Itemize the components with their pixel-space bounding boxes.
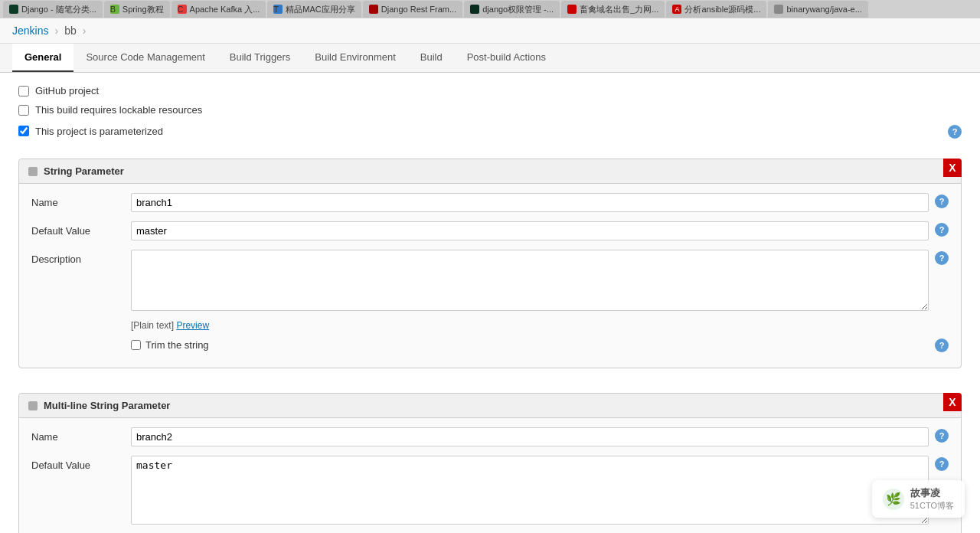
breadcrumb-end-arrow: › [83, 25, 87, 37]
multiline-param-block: Multi-line String Parameter X Name ? [18, 381, 962, 533]
multiline-param-name-label: Name [31, 427, 131, 443]
parameterized-help-icon[interactable]: ? [948, 125, 962, 139]
multiline-param-name-row: Name ? [31, 427, 949, 446]
tab-kafka[interactable]: C Apache Kafka 入... [172, 1, 266, 18]
tab-favicon-drf [369, 5, 378, 14]
multiline-param-default-wrap: master [131, 456, 929, 525]
string-param-desc-label: Description [31, 250, 131, 265]
plain-text-label: [Plain text] [131, 320, 174, 331]
multiline-param-default-help[interactable]: ? [935, 457, 949, 471]
multiline-param-name-input[interactable] [131, 427, 929, 446]
tab-triggers[interactable]: Build Triggers [217, 44, 302, 72]
trim-checkbox[interactable] [131, 340, 141, 350]
multiline-param-title: Multi-line String Parameter [44, 400, 170, 411]
browser-tab-bar: Django - 随笔分类... B Spring教程 C Apache Kaf… [0, 0, 980, 18]
lockable-row: This build requires lockable resources [18, 104, 962, 116]
string-param-desc-help[interactable]: ? [935, 251, 949, 265]
multiline-param-default-label: Default Value [31, 456, 131, 471]
string-param-name-label: Name [31, 193, 131, 208]
string-param-name-wrap [131, 193, 929, 212]
tab-favicon-kafka: C [178, 5, 187, 14]
preview-link[interactable]: Preview [176, 320, 209, 331]
string-param-title: String Parameter [44, 165, 124, 177]
string-param-name-row: Name ? [31, 193, 949, 212]
string-param-default-label: Default Value [31, 221, 131, 237]
string-param-body: Name ? Default Value ? [19, 184, 961, 368]
multiline-param-default-textarea[interactable]: master [131, 456, 929, 525]
tab-build[interactable]: Build [408, 44, 455, 72]
tab-django[interactable]: Django - 随笔分类... [3, 1, 103, 18]
multiline-param-body: Name ? Default Value master [19, 418, 961, 533]
main-content: General Source Code Management Build Tri… [0, 44, 980, 533]
string-param-outer: String Parameter X Name ? [18, 146, 962, 381]
multiline-param-default-row: Default Value master ? [31, 456, 949, 525]
breadcrumb: Jenkins › bb › [0, 18, 980, 44]
tab-env[interactable]: Build Environment [302, 44, 408, 72]
string-param-default-row: Default Value ? [31, 221, 949, 240]
tab-drf[interactable]: Django Rest Fram... [363, 1, 462, 18]
parameterized-label[interactable]: This project is parameterized [35, 126, 163, 137]
tab-livestock[interactable]: 畜禽域名出售_力网... [561, 1, 665, 18]
trim-row: Trim the string ? [131, 337, 949, 352]
watermark: 🌿 故事凌 51CTO博客 [872, 480, 965, 518]
multiline-param-drag-handle[interactable] [28, 401, 38, 410]
string-param-default-input[interactable] [131, 221, 929, 240]
string-param-desc-row: Description ? [31, 250, 949, 311]
string-param-default-wrap [131, 221, 929, 240]
lockable-checkbox[interactable] [18, 105, 29, 116]
tab-favicon-ts: T [273, 5, 283, 14]
multiline-param-close-button[interactable]: X [943, 393, 962, 411]
tab-post[interactable]: Post-build Actions [455, 44, 558, 72]
multiline-param-container: Multi-line String Parameter X Name ? [18, 393, 962, 533]
breadcrumb-bb: bb [64, 25, 77, 37]
multiline-param-name-help[interactable]: ? [935, 429, 949, 443]
multiline-param-outer: Multi-line String Parameter X Name ? [18, 381, 962, 533]
tab-favicon-django [9, 5, 18, 14]
tab-favicon-dj [470, 5, 479, 14]
tab-scm[interactable]: Source Code Management [74, 44, 217, 72]
string-param-default-help[interactable]: ? [935, 223, 949, 237]
multiline-param-header: Multi-line String Parameter [19, 394, 961, 418]
string-param-name-input[interactable] [131, 193, 929, 212]
tab-favicon-ansible2: A [672, 5, 681, 14]
tab-binary[interactable]: binarywang/java-e... [768, 1, 867, 18]
github-project-checkbox[interactable] [18, 86, 29, 96]
string-param-desc-wrap [131, 250, 929, 311]
tab-favicon-spring: B [110, 5, 119, 14]
github-project-row: GitHub project [18, 85, 962, 96]
string-param-block: String Parameter X Name ? [18, 146, 962, 381]
lockable-label[interactable]: This build requires lockable resources [35, 104, 202, 116]
trim-label[interactable]: Trim the string [145, 339, 209, 351]
github-project-label[interactable]: GitHub project [35, 85, 99, 96]
trim-help-icon[interactable]: ? [935, 338, 949, 352]
tab-ansible[interactable]: A 分析ansible源码模... [666, 1, 766, 18]
breadcrumb-jenkins[interactable]: Jenkins [12, 25, 48, 37]
string-param-header: String Parameter [19, 159, 961, 184]
string-param-plain-text-row: [Plain text] Preview [131, 320, 949, 331]
string-param-drag-handle[interactable] [28, 167, 38, 176]
tab-favicon-ansible1 [567, 5, 577, 14]
tab-django2[interactable]: django权限管理 -... [464, 1, 560, 18]
parameterized-checkbox[interactable] [18, 126, 29, 136]
tab-favicon-binary [774, 5, 783, 14]
config-body: GitHub project This build requires locka… [0, 73, 980, 533]
watermark-text: 故事凌 51CTO博客 [910, 486, 954, 512]
parameterized-row: This project is parameterized ? [18, 123, 962, 139]
multiline-param-name-wrap [131, 427, 929, 446]
string-param-close-button[interactable]: X [943, 159, 962, 177]
config-tabs: General Source Code Management Build Tri… [0, 44, 980, 73]
tab-spring[interactable]: B Spring教程 [104, 1, 170, 18]
string-param-desc-textarea[interactable] [131, 250, 929, 311]
tab-general[interactable]: General [12, 44, 74, 72]
string-param-container: String Parameter X Name ? [18, 159, 962, 368]
breadcrumb-separator: › [54, 25, 58, 37]
watermark-icon: 🌿 [883, 489, 904, 510]
string-param-name-help[interactable]: ? [935, 195, 949, 208]
tab-mac[interactable]: T 精品MAC应用分享 [267, 1, 361, 18]
